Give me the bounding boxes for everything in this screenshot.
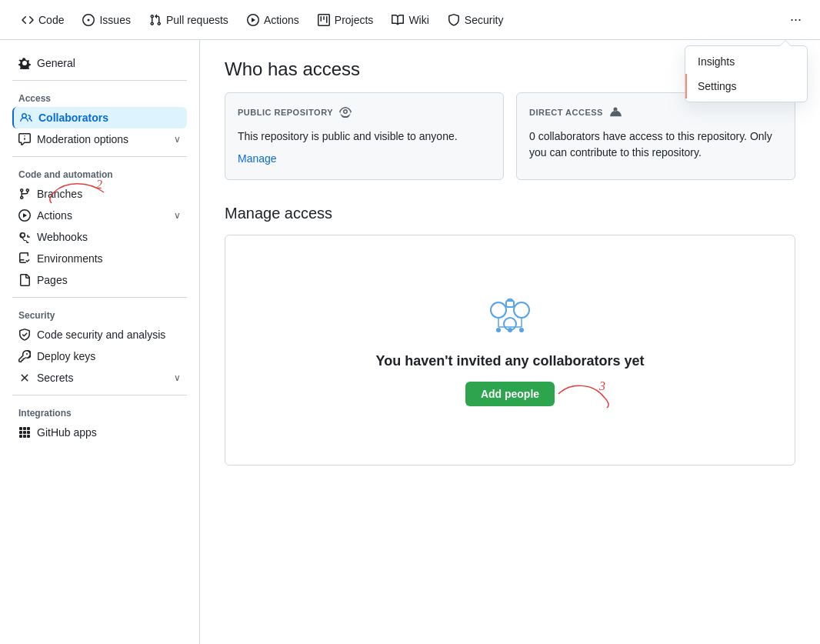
manage-access-box: You haven't invited any collaborators ye…: [225, 235, 795, 465]
nav-issues-label: Issues: [99, 14, 130, 26]
nav-actions[interactable]: Actions: [238, 8, 308, 32]
webhooks-label: Webhooks: [37, 231, 88, 243]
sidebar-item-actions[interactable]: Actions ∨: [12, 205, 187, 226]
sidebar-access-title: Access: [12, 87, 187, 107]
actions-sidebar-icon: [18, 209, 31, 222]
sidebar-item-pages[interactable]: Pages: [12, 269, 187, 291]
pr-icon: [149, 14, 162, 26]
sidebar-security-title: Security: [12, 304, 187, 324]
add-people-button[interactable]: Add people: [465, 382, 555, 406]
nav-code-label: Code: [38, 14, 64, 26]
collaborators-label: Collaborators: [38, 112, 108, 124]
svg-point-9: [519, 328, 524, 332]
sidebar-item-webhooks[interactable]: Webhooks: [12, 226, 187, 248]
wiki-icon: [392, 14, 404, 26]
svg-point-0: [491, 302, 506, 318]
svg-point-1: [514, 302, 529, 318]
nav-projects-label: Projects: [335, 14, 374, 26]
sidebar-item-deploy-keys[interactable]: Deploy keys: [12, 345, 187, 367]
public-repo-label: PUBLIC REPOSITORY: [238, 105, 491, 119]
github-apps-label: GitHub apps: [37, 426, 97, 439]
apps-icon: [18, 426, 31, 439]
webhook-icon: [18, 231, 31, 243]
sidebar-item-general[interactable]: General: [12, 52, 187, 74]
person-icon: [609, 105, 622, 119]
more-dropdown: Insights Settings: [685, 45, 808, 102]
code-security-label: Code security and analysis: [37, 329, 165, 341]
actions-chevron: ∨: [174, 210, 181, 221]
direct-access-body: 0 collaborators have access to this repo…: [529, 128, 782, 161]
shield-check-icon: [18, 329, 31, 341]
sidebar-integrations-title: Integrations: [12, 402, 187, 422]
nav-pull-requests[interactable]: Pull requests: [140, 8, 238, 32]
page-layout: General Access Collaborators Moderation …: [0, 40, 820, 644]
actions-label: Actions: [37, 209, 72, 222]
nav-security[interactable]: Security: [438, 8, 513, 32]
manage-link[interactable]: Manage: [238, 152, 277, 165]
sidebar-divider-2: [12, 156, 187, 157]
main-content: Who has access PUBLIC REPOSITORY This re…: [200, 40, 820, 644]
svg-text:3: 3: [598, 379, 605, 392]
svg-rect-3: [506, 301, 514, 307]
key-icon: [18, 350, 31, 362]
empty-state-text: You haven't invited any collaborators ye…: [375, 353, 644, 369]
report-icon: [18, 133, 31, 145]
projects-icon: [318, 14, 330, 26]
sidebar-item-environments[interactable]: Environments: [12, 248, 187, 269]
more-button[interactable]: ···: [784, 5, 808, 34]
manage-access-title: Manage access: [225, 205, 795, 222]
nav-actions-label: Actions: [264, 14, 299, 26]
public-repo-card: PUBLIC REPOSITORY This repository is pub…: [225, 92, 504, 180]
eye-icon: [339, 105, 352, 119]
sidebar-item-collaborators[interactable]: Collaborators: [12, 107, 187, 128]
sidebar: General Access Collaborators Moderation …: [0, 40, 200, 644]
sidebar-item-branches[interactable]: Branches: [12, 183, 187, 205]
sidebar-item-code-security[interactable]: Code security and analysis: [12, 324, 187, 345]
nav-issues[interactable]: Issues: [73, 8, 139, 32]
sidebar-item-secrets[interactable]: Secrets ∨: [12, 367, 187, 389]
direct-access-card: DIRECT ACCESS 0 collaborators have acces…: [516, 92, 795, 180]
access-cards: PUBLIC REPOSITORY This repository is pub…: [225, 92, 795, 180]
nav-pr-label: Pull requests: [166, 14, 228, 26]
moderation-chevron: ∨: [174, 134, 181, 145]
sidebar-divider-3: [12, 297, 187, 298]
nav-code[interactable]: Code: [12, 8, 73, 32]
secrets-label: Secrets: [37, 372, 73, 384]
secrets-chevron: ∨: [174, 372, 181, 383]
pages-icon: [18, 274, 31, 286]
code-icon: [22, 14, 34, 26]
nav-security-label: Security: [465, 14, 504, 26]
public-repo-body: This repository is public and visible to…: [238, 128, 491, 167]
top-navigation: Code Issues Pull requests Actions Projec…: [0, 0, 820, 40]
annotation-arrow-3: 3: [555, 379, 616, 409]
nav-projects[interactable]: Projects: [308, 8, 383, 32]
git-branch-icon: [18, 188, 31, 200]
nav-wiki[interactable]: Wiki: [382, 8, 438, 32]
dropdown-insights[interactable]: Insights: [685, 49, 807, 74]
sidebar-divider-1: [12, 80, 187, 81]
security-icon: [448, 14, 460, 26]
gear-icon: [18, 57, 31, 69]
asterisk-icon: [18, 372, 31, 384]
sidebar-code-title: Code and automation: [12, 163, 187, 183]
empty-collaborators-icon: [479, 295, 541, 341]
actions-icon: [247, 14, 259, 26]
branches-label: Branches: [37, 188, 82, 200]
sidebar-divider-4: [12, 395, 187, 395]
nav-wiki-label: Wiki: [408, 14, 428, 26]
sidebar-item-github-apps[interactable]: GitHub apps: [12, 422, 187, 443]
sidebar-item-moderation[interactable]: Moderation options ∨: [12, 128, 187, 150]
svg-point-10: [508, 328, 512, 332]
dropdown-settings[interactable]: Settings: [685, 74, 807, 98]
moderation-label: Moderation options: [37, 133, 128, 145]
issues-icon: [82, 14, 95, 26]
deploy-keys-label: Deploy keys: [37, 350, 95, 362]
direct-access-label: DIRECT ACCESS: [529, 105, 782, 119]
sidebar-general-label: General: [37, 57, 75, 69]
pages-label: Pages: [37, 274, 68, 286]
environments-icon: [18, 252, 31, 265]
environments-label: Environments: [37, 252, 103, 265]
people-icon: [20, 112, 32, 124]
svg-point-8: [496, 328, 501, 332]
